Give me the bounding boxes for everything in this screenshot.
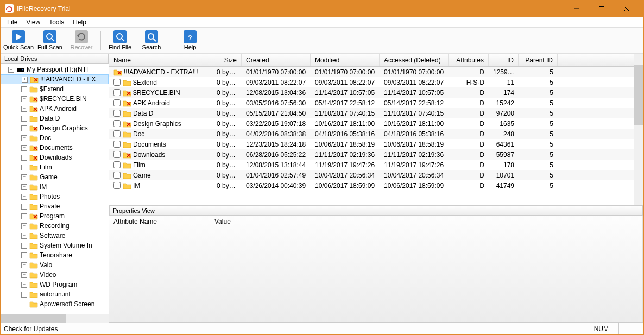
row-checkbox[interactable]	[113, 110, 121, 117]
expand-icon[interactable]: +	[21, 135, 27, 141]
row-checkbox[interactable]	[113, 99, 121, 106]
file-list-header[interactable]: NameSizeCreatedModifiedAccessed (Deleted…	[109, 54, 634, 67]
file-list[interactable]: NameSizeCreatedModifiedAccessed (Deleted…	[109, 54, 634, 205]
expand-icon[interactable]: +	[21, 272, 27, 278]
tree-item[interactable]: +!!!ADVANCED - EX	[1, 74, 109, 84]
expand-icon[interactable]: +	[21, 184, 27, 190]
file-row[interactable]: Design Graphics0 bytes03/22/2015 19:07:1…	[109, 118, 634, 129]
tree-root[interactable]: −My Passport (H:)(NTF	[1, 65, 109, 74]
expand-icon[interactable]: +	[21, 145, 27, 151]
tree-item[interactable]: +Data D	[1, 113, 109, 123]
expand-icon[interactable]: +	[21, 282, 27, 288]
tree-item[interactable]: +Video	[1, 270, 109, 280]
prop-col-value[interactable]: Value	[210, 216, 643, 322]
tree-item[interactable]: +Game	[1, 172, 109, 182]
tree-item[interactable]: +Documents	[1, 143, 109, 153]
tree-item[interactable]: Apowersoft Screen	[1, 299, 109, 309]
expand-icon[interactable]: +	[21, 86, 27, 92]
quick-scan-button[interactable]: Quick Scan	[3, 29, 34, 53]
file-row[interactable]: Film0 bytes12/08/2015 13:18:4411/19/2017…	[109, 160, 634, 170]
expand-icon[interactable]: +	[21, 252, 27, 258]
column-header[interactable]: Size	[212, 54, 242, 66]
tree-item[interactable]: +System Volume In	[1, 241, 109, 250]
prop-col-attribute-name[interactable]: Attribute Name	[109, 216, 210, 322]
full-scan-button[interactable]: Full Scan	[34, 29, 66, 53]
column-header[interactable]: Accessed (Deleted)	[380, 54, 449, 66]
expand-icon[interactable]: +	[21, 106, 27, 112]
expand-icon[interactable]: +	[22, 77, 28, 83]
drive-tree[interactable]: −My Passport (H:)(NTF+!!!ADVANCED - EX+$…	[1, 64, 109, 314]
tree-item[interactable]: +Downloads	[1, 153, 109, 162]
expand-icon[interactable]: +	[21, 116, 27, 122]
file-list-vertical-scrollbar[interactable]	[634, 54, 643, 205]
menu-help[interactable]: Help	[68, 17, 91, 27]
tree-item[interactable]: +Vaio	[1, 260, 109, 270]
expand-icon[interactable]: +	[21, 243, 27, 249]
column-header[interactable]: Modified	[311, 54, 380, 66]
expand-icon[interactable]: +	[21, 174, 27, 180]
maximize-button[interactable]	[589, 1, 614, 17]
row-checkbox[interactable]	[113, 182, 121, 189]
expand-icon[interactable]: +	[21, 194, 27, 200]
file-row[interactable]: Documents0 bytes12/23/2015 18:24:1810/06…	[109, 139, 634, 149]
file-row[interactable]: Game0 bytes01/04/2016 02:57:4910/04/2017…	[109, 170, 634, 180]
file-row[interactable]: $Extend0 bytes09/03/2011 08:22:0709/03/2…	[109, 77, 634, 87]
expand-icon[interactable]: +	[21, 233, 27, 239]
row-checkbox[interactable]	[113, 89, 121, 96]
expand-icon[interactable]: +	[21, 223, 27, 229]
expand-icon[interactable]: +	[21, 204, 27, 210]
row-checkbox[interactable]	[113, 172, 121, 179]
expand-icon[interactable]: +	[21, 96, 27, 102]
search-button[interactable]: Search	[136, 29, 167, 53]
close-button[interactable]	[614, 1, 639, 17]
column-header[interactable]: Name	[109, 54, 212, 66]
expand-icon[interactable]: +	[21, 213, 27, 219]
expand-icon[interactable]: +	[21, 155, 27, 161]
file-row[interactable]: Downloads0 bytes06/28/2016 05:25:2211/11…	[109, 149, 634, 160]
column-header[interactable]: ID	[489, 54, 519, 66]
column-header[interactable]: Parent ID	[519, 54, 558, 66]
collapse-icon[interactable]: −	[8, 67, 14, 73]
row-checkbox[interactable]	[113, 141, 121, 148]
status-numlock: NUM	[584, 323, 618, 334]
minimize-button[interactable]	[564, 1, 589, 17]
tree-item[interactable]: +Program	[1, 211, 109, 221]
tree-item[interactable]: +Design Graphics	[1, 123, 109, 133]
find-file-button[interactable]: Find File	[104, 29, 136, 53]
file-row[interactable]: APK Android0 bytes03/05/2016 07:56:3005/…	[109, 98, 634, 108]
row-checkbox[interactable]	[113, 130, 121, 137]
tree-item[interactable]: +Recording	[1, 221, 109, 231]
tree-item[interactable]: +Private	[1, 201, 109, 211]
tree-item[interactable]: +autorun.inf	[1, 289, 109, 299]
row-checkbox[interactable]	[113, 161, 121, 168]
tree-item[interactable]: +$RECYCLE.BIN	[1, 94, 109, 104]
tree-item[interactable]: +$Extend	[1, 84, 109, 94]
file-row[interactable]: IM0 bytes03/26/2014 00:40:3910/06/2017 1…	[109, 180, 634, 191]
tree-item[interactable]: +Software	[1, 231, 109, 241]
help-button[interactable]: Help	[174, 29, 206, 53]
row-checkbox[interactable]	[113, 79, 121, 86]
column-header[interactable]: Created	[242, 54, 311, 66]
file-row[interactable]: $RECYCLE.BIN0 bytes12/08/2015 13:04:3611…	[109, 87, 634, 98]
file-row[interactable]: Doc0 bytes04/02/2016 08:38:3804/18/2016 …	[109, 129, 634, 139]
tree-item[interactable]: +IM	[1, 182, 109, 192]
tree-item[interactable]: +Doc	[1, 133, 109, 143]
menu-file[interactable]: File	[3, 17, 22, 27]
menu-tools[interactable]: Tools	[45, 17, 68, 27]
tree-item[interactable]: +APK Android	[1, 104, 109, 113]
file-row[interactable]: !!!ADVANCED - EXTRA!!!0 bytes01/01/1970 …	[109, 67, 634, 77]
expand-icon[interactable]: +	[21, 262, 27, 268]
tree-horizontal-scrollbar[interactable]	[1, 314, 109, 323]
expand-icon[interactable]: +	[21, 165, 27, 170]
expand-icon[interactable]: +	[21, 125, 27, 131]
menu-view[interactable]: View	[22, 17, 45, 27]
column-header[interactable]: Attributes	[449, 54, 489, 66]
row-checkbox[interactable]	[113, 151, 121, 158]
file-row[interactable]: Data D0 bytes05/15/2017 21:04:5011/10/20…	[109, 108, 634, 118]
tree-item[interactable]: +Photos	[1, 192, 109, 201]
tree-item[interactable]: +WD Program	[1, 280, 109, 289]
tree-item[interactable]: +Film	[1, 162, 109, 172]
row-checkbox[interactable]	[113, 120, 121, 127]
expand-icon[interactable]: +	[21, 292, 27, 298]
tree-item[interactable]: +Tenorshare	[1, 250, 109, 260]
